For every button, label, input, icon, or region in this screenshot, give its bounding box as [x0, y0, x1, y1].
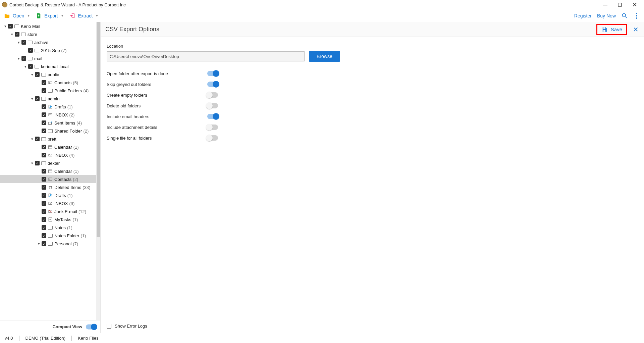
location-input[interactable]	[107, 51, 305, 61]
panel-close-button[interactable]: ✕	[632, 26, 639, 33]
browse-button[interactable]: Browse	[309, 51, 340, 62]
expand-arrow-icon[interactable]: ▾	[30, 161, 34, 165]
maximize-button[interactable]	[612, 0, 627, 9]
tree-item[interactable]: ✓INBOX(9)	[0, 199, 100, 207]
expand-arrow-icon[interactable]: ▾	[10, 32, 14, 37]
tree-checkbox[interactable]: ✓	[42, 225, 46, 230]
save-button[interactable]: Save	[596, 24, 627, 35]
minimize-button[interactable]: —	[598, 0, 612, 9]
expand-arrow-icon[interactable]: ▾	[17, 56, 21, 61]
tree-checkbox[interactable]: ✓	[28, 64, 33, 69]
expand-arrow-icon[interactable]: ▾	[3, 24, 7, 29]
compact-view-toggle[interactable]	[86, 324, 96, 329]
tree-item[interactable]: ✓Deleted Items(33)	[0, 183, 100, 191]
tree-item[interactable]: ▾✓brett	[0, 135, 100, 143]
export-button[interactable]: Export ▼	[36, 13, 64, 19]
extract-button[interactable]: Extract ▼	[69, 13, 99, 19]
window-close-button[interactable]: ✕	[627, 0, 642, 9]
tree-checkbox[interactable]: ✓	[42, 233, 46, 238]
option-toggle[interactable]	[207, 125, 218, 130]
expand-arrow-icon[interactable]: ▾	[30, 137, 34, 141]
expand-arrow-icon[interactable]: ▾	[30, 97, 34, 101]
tree-item[interactable]: ✓Drafts(1)	[0, 103, 100, 111]
tree-item[interactable]: ✓Public Folders(4)	[0, 87, 100, 95]
tree-item[interactable]: ▾✓archive	[0, 38, 100, 46]
tree-item[interactable]: ✓Contacts(2)	[0, 175, 100, 183]
tree-item[interactable]: ✓Junk E-mail(12)	[0, 207, 100, 215]
tree-checkbox[interactable]: ✓	[21, 56, 26, 61]
tree-checkbox[interactable]: ✓	[42, 193, 46, 198]
option-toggle[interactable]	[207, 82, 218, 87]
tree-item[interactable]: ✓Contacts(5)	[0, 79, 100, 87]
option-toggle[interactable]	[207, 92, 218, 98]
tree-checkbox[interactable]: ✓	[35, 96, 40, 101]
tree-item[interactable]: ✓Shared Folder(2)	[0, 127, 100, 135]
tree-checkbox[interactable]: ✓	[42, 104, 46, 109]
tree-checkbox[interactable]: ✓	[28, 48, 33, 53]
tree-item[interactable]: ✓INBOX(2)	[0, 111, 100, 119]
tree-item[interactable]: ▾✓admin	[0, 95, 100, 103]
panel-body: Location Browse Open folder after export…	[101, 37, 644, 319]
tree-checkbox[interactable]: ✓	[42, 80, 46, 85]
option-toggle[interactable]	[207, 103, 218, 108]
tree-checkbox[interactable]: ✓	[35, 72, 40, 77]
tree-item[interactable]: ▾✓store	[0, 30, 100, 38]
tree-item[interactable]: ▾✓dexter	[0, 159, 100, 167]
tree-checkbox[interactable]: ✓	[42, 201, 46, 206]
more-menu-button[interactable]	[633, 12, 640, 19]
expand-arrow-icon[interactable]: ▾	[30, 72, 34, 77]
tree-item[interactable]: ✓2015-Sep(7)	[0, 46, 100, 54]
tree-item[interactable]: ▾✓Personal(7)	[0, 240, 100, 248]
tree-item[interactable]: ▾✓keriomail.local	[0, 62, 100, 70]
tree-checkbox[interactable]: ✓	[42, 217, 46, 222]
buy-now-link[interactable]: Buy Now	[597, 13, 616, 18]
tree-scrollbar-track[interactable]	[96, 22, 100, 320]
tree-checkbox[interactable]: ✓	[42, 177, 46, 182]
tree-item-label: Contacts	[54, 177, 71, 182]
tree-item[interactable]: ✓MyTasks(1)	[0, 215, 100, 224]
tree-checkbox[interactable]: ✓	[42, 185, 46, 190]
option-label: Include attachment details	[107, 125, 207, 130]
tree-checkbox[interactable]: ✓	[35, 161, 40, 165]
tree-checkbox[interactable]: ✓	[15, 32, 19, 37]
tree-checkbox[interactable]: ✓	[35, 137, 40, 141]
expand-arrow-icon[interactable]: ▾	[37, 242, 41, 246]
tree-checkbox[interactable]: ✓	[21, 40, 26, 45]
expand-arrow-icon[interactable]: ▾	[17, 40, 21, 45]
option-toggle[interactable]	[207, 71, 218, 76]
tree-item[interactable]: ✓Sent Items(4)	[0, 119, 100, 127]
option-toggle[interactable]	[207, 135, 218, 141]
tasks-icon	[48, 217, 53, 222]
option-label: Skip greyed out folders	[107, 82, 207, 87]
tree-checkbox[interactable]: ✓	[42, 145, 46, 149]
tree-item[interactable]: ✓Notes(1)	[0, 224, 100, 232]
tree-item-label: Drafts	[54, 193, 66, 198]
tree-checkbox[interactable]: ✓	[42, 129, 46, 133]
tree-checkbox[interactable]: ✓	[42, 241, 46, 246]
tree-item[interactable]: ✓Calendar(1)	[0, 167, 100, 175]
tree-checkbox[interactable]: ✓	[42, 169, 46, 174]
register-link[interactable]: Register	[574, 13, 592, 18]
tree-item[interactable]: ✓INBOX(4)	[0, 151, 100, 159]
tree-checkbox[interactable]: ✓	[42, 153, 46, 157]
open-button[interactable]: Open ▼	[4, 13, 30, 19]
tree-checkbox[interactable]: ✓	[42, 120, 46, 125]
tree-checkbox[interactable]: ✓	[42, 209, 46, 214]
tree-item[interactable]: ✓Calendar(1)	[0, 143, 100, 151]
extract-icon	[69, 13, 75, 19]
show-error-logs-checkbox[interactable]	[107, 324, 111, 329]
tree-item[interactable]: ✓Notes Folder(1)	[0, 232, 100, 240]
tree-checkbox[interactable]: ✓	[8, 24, 13, 29]
tree-scrollbar-thumb[interactable]	[97, 22, 100, 237]
search-icon[interactable]	[621, 12, 628, 19]
main-toolbar: Open ▼ Export ▼ Extract ▼ Register Buy N…	[0, 9, 644, 22]
tree-checkbox[interactable]: ✓	[42, 112, 46, 117]
tree-checkbox[interactable]: ✓	[42, 88, 46, 93]
tree-item[interactable]: ▾✓mail	[0, 54, 100, 62]
folder-tree[interactable]: ▾✓Kerio Mail▾✓store▾✓archive✓2015-Sep(7)…	[0, 22, 100, 320]
tree-item[interactable]: ▾✓public	[0, 70, 100, 79]
tree-item[interactable]: ▾✓Kerio Mail	[0, 22, 100, 30]
expand-arrow-icon[interactable]: ▾	[23, 64, 28, 69]
option-toggle[interactable]	[207, 114, 218, 119]
tree-item[interactable]: ✓Drafts(1)	[0, 191, 100, 199]
